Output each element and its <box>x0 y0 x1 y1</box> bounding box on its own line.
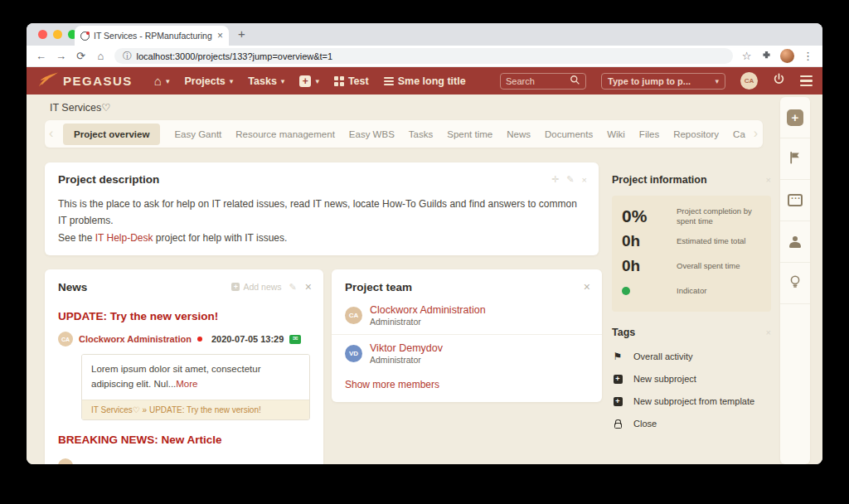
new-subproject-from-template-link[interactable]: + New subproject from template <box>612 396 771 406</box>
news-item-heading[interactable]: UPDATE: Try the new version! <box>45 297 323 322</box>
pegasus-logo[interactable]: PEGASUS <box>36 70 133 92</box>
nav-home-menu[interactable]: ⌂ ▾ <box>154 75 170 87</box>
news-author-row: CA Clockworx Administration 2020-07-05 1… <box>45 322 323 346</box>
tabs-scroll-left-icon[interactable]: ‹ <box>49 126 53 141</box>
tab-easy-gantt[interactable]: Easy Gantt <box>174 129 221 139</box>
new-tab-button[interactable]: + <box>238 27 245 41</box>
nav-tasks-menu[interactable]: Tasks ▾ <box>248 75 284 87</box>
quick-add-button[interactable]: + <box>780 97 810 138</box>
bookmark-star-icon[interactable]: ☆ <box>740 50 753 62</box>
search-box[interactable] <box>500 73 586 90</box>
page-info-icon[interactable]: ⓘ <box>123 51 132 62</box>
browser-tabstrip: IT Services - RPManufacturing × + <box>27 23 822 46</box>
nav-test-shortcut[interactable]: Test <box>334 75 369 87</box>
member-avatar[interactable]: VD <box>345 345 362 362</box>
member-name-link[interactable]: Clockworx Administration <box>370 304 486 316</box>
tab-project-overview[interactable]: Project overview <box>63 124 160 145</box>
reload-icon[interactable]: ⟳ <box>75 50 87 62</box>
tab-tasks[interactable]: Tasks <box>409 129 433 139</box>
news-panel: News + Add news ✎ × UPDATE: Try the new … <box>45 269 323 464</box>
chevron-down-icon: ▾ <box>315 77 319 85</box>
forward-icon[interactable]: → <box>55 50 67 62</box>
stat-value: 0h <box>622 257 677 275</box>
team-member-row: CA Clockworx Administration Administrato… <box>332 297 602 334</box>
close-module-icon[interactable]: × <box>766 327 771 337</box>
calendar-icon <box>788 194 803 206</box>
flag-icon <box>788 151 802 167</box>
nav-projects-menu[interactable]: Projects ▾ <box>184 75 233 87</box>
back-icon[interactable]: ← <box>35 50 47 62</box>
nav-long-title-shortcut[interactable]: Sme long title <box>384 75 466 87</box>
quick-idea-button[interactable] <box>780 263 810 304</box>
news-breadcrumb[interactable]: IT Services♡ » UPDATE: Try the new versi… <box>82 400 309 419</box>
tab-resource-management[interactable]: Resource management <box>235 129 335 139</box>
stat-value: 0% <box>622 206 677 226</box>
show-more-members-link[interactable]: Show more members <box>332 372 602 397</box>
nav-quick-add-menu[interactable]: + ▾ <box>299 75 319 87</box>
search-icon <box>570 74 580 89</box>
quick-user-button[interactable] <box>780 221 810 263</box>
plus-square-icon: + <box>614 397 623 406</box>
stat-row: 0h Estimated time total <box>622 229 761 254</box>
flag-icon: ⚑ <box>614 351 623 361</box>
stat-row: Indicator <box>622 279 761 303</box>
close-project-link[interactable]: Close <box>612 419 771 429</box>
jump-to-project-select[interactable]: Type to jump to p... ▾ <box>601 73 725 90</box>
browser-tab[interactable]: IT Services - RPManufacturing × <box>75 26 229 46</box>
edit-pencil-icon[interactable]: ✎ <box>289 282 297 293</box>
description-text: This is the place to ask for help on IT … <box>45 189 599 253</box>
close-module-icon[interactable]: × <box>766 175 771 185</box>
quick-calendar-button[interactable] <box>780 180 810 221</box>
overall-activity-link[interactable]: ⚑ Overall activity <box>612 351 771 361</box>
logout-power-icon[interactable] <box>773 73 785 89</box>
tabs-scroll-right-icon[interactable]: › <box>754 126 758 141</box>
tab-calendar-truncated[interactable]: Ca <box>733 129 745 139</box>
more-link[interactable]: More <box>176 379 197 389</box>
address-bar[interactable]: ⓘ localhost:3000/projects/133?jump=overv… <box>114 48 733 64</box>
tab-close-icon[interactable]: × <box>217 30 223 41</box>
tab-wiki[interactable]: Wiki <box>607 129 625 139</box>
tab-spent-time[interactable]: Spent time <box>447 129 492 139</box>
it-help-desk-link[interactable]: IT Help-Desk <box>95 232 153 244</box>
minimize-window-button[interactable] <box>53 30 62 39</box>
member-avatar[interactable]: CA <box>345 307 362 324</box>
close-module-icon[interactable]: × <box>584 280 590 293</box>
project-sidebar: Project information × 0% Project complet… <box>612 174 771 441</box>
close-window-button[interactable] <box>38 30 47 39</box>
close-module-icon[interactable]: × <box>582 175 587 185</box>
grid-icon <box>334 76 344 86</box>
tab-easy-wbs[interactable]: Easy WBS <box>349 129 395 139</box>
nav-test-label: Test <box>348 75 369 87</box>
tab-repository[interactable]: Repository <box>673 129 719 139</box>
quick-flag-button[interactable] <box>780 138 810 180</box>
browser-profile-avatar[interactable] <box>780 49 794 63</box>
extensions-puzzle-icon[interactable] <box>760 50 773 63</box>
tab-documents[interactable]: Documents <box>545 129 593 139</box>
search-input[interactable] <box>506 76 570 86</box>
plus-icon: + <box>787 109 803 126</box>
hamburger-menu-icon[interactable] <box>800 75 813 86</box>
browser-window: IT Services - RPManufacturing × + ← → ⟳ … <box>27 23 822 464</box>
user-avatar[interactable]: CA <box>740 72 758 90</box>
news-item-heading[interactable]: BREAKING NEWS: New Article <box>45 420 323 446</box>
page-title: IT Services♡ <box>50 101 111 114</box>
description-line1: This is the place to ask for help on IT … <box>58 196 585 230</box>
brand-name: PEGASUS <box>63 74 133 88</box>
new-subproject-link[interactable]: + New subproject <box>612 374 771 384</box>
tab-news[interactable]: News <box>507 129 531 139</box>
chevron-down-icon: ▾ <box>166 77 170 85</box>
close-module-icon[interactable]: × <box>305 280 312 293</box>
author-avatar[interactable]: CA <box>58 332 73 346</box>
home-icon[interactable]: ⌂ <box>95 50 107 62</box>
browser-menu-icon[interactable]: ⋮ <box>802 50 814 62</box>
edit-pencil-icon[interactable]: ✎ <box>566 174 574 185</box>
author-link[interactable]: Clockworx Administration <box>79 334 192 344</box>
member-name-link[interactable]: Viktor Demydov <box>370 342 443 354</box>
quick-toolbar: + <box>780 97 810 464</box>
envelope-icon[interactable]: ✉ <box>289 335 301 344</box>
tab-files[interactable]: Files <box>639 129 659 139</box>
add-news-button[interactable]: + Add news <box>231 282 281 292</box>
jump-placeholder: Type to jump to p... <box>608 76 691 86</box>
move-module-icon[interactable]: ✛ <box>551 174 559 185</box>
author-avatar[interactable]: CA <box>58 458 73 464</box>
